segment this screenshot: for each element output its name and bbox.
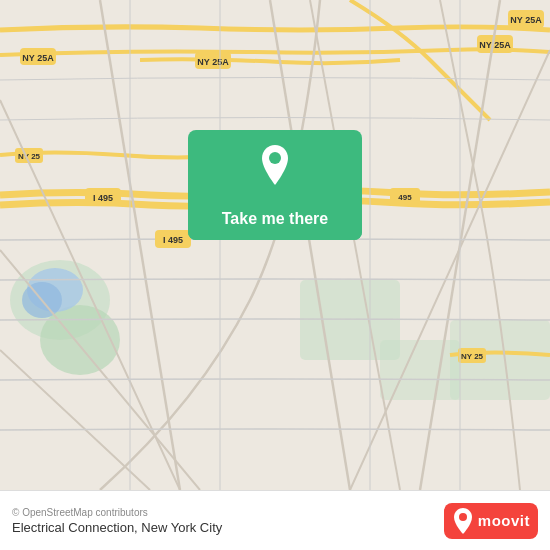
svg-rect-4 — [380, 340, 460, 400]
moovit-label: moovit — [478, 512, 530, 529]
moovit-pin-icon — [452, 507, 474, 535]
svg-text:I 495: I 495 — [163, 235, 183, 245]
location-pin-icon — [257, 143, 293, 187]
svg-text:NY 25A: NY 25A — [479, 40, 511, 50]
button-icon-area — [188, 130, 362, 200]
svg-text:495: 495 — [398, 193, 412, 202]
button-label-area: Take me there — [188, 200, 362, 240]
moovit-logo[interactable]: moovit — [444, 503, 538, 539]
footer-info: © OpenStreetMap contributors Electrical … — [12, 507, 222, 535]
svg-text:NY 25A: NY 25A — [510, 15, 542, 25]
take-me-there-button[interactable]: Take me there — [188, 130, 362, 240]
map-attribution: © OpenStreetMap contributors — [12, 507, 222, 518]
map-view: I 495 495 NY 25 NY 25 NY 25A NY 25A NY 2… — [0, 0, 550, 490]
svg-point-27 — [459, 513, 467, 521]
svg-text:NY 25A: NY 25A — [22, 53, 54, 63]
take-me-there-label: Take me there — [222, 210, 328, 227]
svg-text:NY 25A: NY 25A — [197, 57, 229, 67]
svg-text:NY 25: NY 25 — [461, 352, 484, 361]
svg-point-26 — [269, 152, 281, 164]
svg-text:I 495: I 495 — [93, 193, 113, 203]
svg-text:NY 25: NY 25 — [18, 152, 41, 161]
location-label: Electrical Connection, New York City — [12, 520, 222, 535]
footer-bar: © OpenStreetMap contributors Electrical … — [0, 490, 550, 550]
svg-rect-0 — [0, 0, 550, 490]
